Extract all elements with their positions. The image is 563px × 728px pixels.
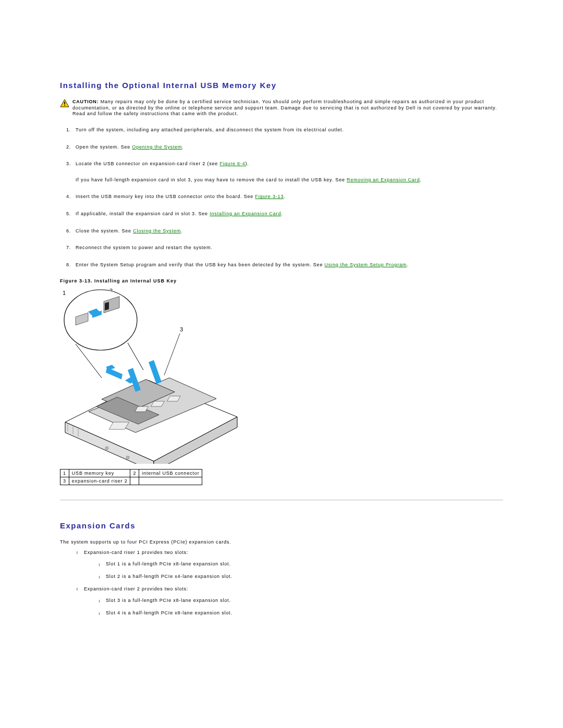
riser-list: Expansion-card riser 1 provides two slot… xyxy=(60,550,503,615)
figure-image: 1 2 3 xyxy=(60,287,242,464)
svg-text:1: 1 xyxy=(63,290,66,296)
caution-body: Many repairs may only be done by a certi… xyxy=(72,99,497,116)
step-8: Enter the System Setup program and verif… xyxy=(66,262,503,268)
step-text: . xyxy=(284,194,285,199)
riser-1-slots: Slot 1 is a full-length PCIe x8-lane exp… xyxy=(84,561,503,579)
riser-2-text: Expansion-card riser 2 provides two slot… xyxy=(84,586,188,591)
link-removing-expansion-card[interactable]: Removing an Expansion Card xyxy=(347,177,420,182)
list-item: Slot 1 is a full-length PCIe x8-lane exp… xyxy=(99,561,503,566)
svg-text:3: 3 xyxy=(180,326,183,332)
legend-empty xyxy=(130,477,139,485)
section-title-usb-key: Installing the Optional Internal USB Mem… xyxy=(60,81,503,90)
svg-line-25 xyxy=(164,334,180,375)
svg-rect-2 xyxy=(64,105,65,106)
step-text: Turn off the system, including any attac… xyxy=(76,127,344,132)
step-text: . xyxy=(420,177,421,182)
figure-title: Figure 3-13. Installing an Internal USB … xyxy=(60,278,503,283)
caution-label: CAUTION: xyxy=(72,99,99,104)
svg-point-34 xyxy=(126,456,129,459)
install-steps-list: Turn off the system, including any attac… xyxy=(60,127,503,268)
step-3: Locate the USB connector on expansion-ca… xyxy=(66,161,503,183)
step-7: Reconnect the system to power and restar… xyxy=(66,244,503,251)
section-divider xyxy=(60,500,503,500)
step-text: Locate the USB connector on expansion-ca… xyxy=(76,161,219,166)
link-opening-system[interactable]: Opening the System xyxy=(132,144,182,150)
step-6: Close the system. See Closing the System… xyxy=(66,228,503,235)
caution-box: CAUTION: Many repairs may only be done b… xyxy=(60,99,503,117)
step-3-note: If you have full-length expansion card i… xyxy=(76,177,503,183)
step-text: . xyxy=(407,262,408,267)
step-text: . xyxy=(182,144,183,150)
slot-text: Slot 2 is a half-length PCIe x4-lane exp… xyxy=(106,574,232,579)
link-closing-system[interactable]: Closing the System xyxy=(133,228,181,233)
svg-point-33 xyxy=(105,447,108,450)
legend-text: internal USB connector xyxy=(139,470,202,477)
step-text: Enter the System Setup program and verif… xyxy=(76,262,325,267)
step-text: Reconnect the system to power and restar… xyxy=(76,245,213,250)
step-text: ). xyxy=(245,161,249,166)
legend-num: 3 xyxy=(60,477,69,485)
step-5: If applicable, install the expansion car… xyxy=(66,211,503,217)
svg-point-6 xyxy=(64,290,137,350)
step-1: Turn off the system, including any attac… xyxy=(66,127,503,133)
list-item: Slot 3 is a full-length PCIe x8-lane exp… xyxy=(99,598,503,603)
link-figure-3-13[interactable]: Figure 3-13 xyxy=(255,194,284,199)
link-figure-6-4[interactable]: Figure 6-4 xyxy=(219,161,245,166)
step-text: Close the system. See xyxy=(76,228,133,233)
step-text: If you have full-length expansion card i… xyxy=(76,177,347,182)
table-row: 1 USB memory key 2 internal USB connecto… xyxy=(60,470,202,477)
step-text: . xyxy=(281,211,283,216)
svg-marker-22 xyxy=(149,360,162,384)
list-item: Slot 4 is a half-length PCIe x8-lane exp… xyxy=(99,610,503,615)
svg-rect-11 xyxy=(105,302,109,311)
caution-text: CAUTION: Many repairs may only be done b… xyxy=(72,99,503,117)
section-title-expansion-cards: Expansion Cards xyxy=(60,521,503,530)
legend-num: 1 xyxy=(60,470,69,477)
slot-text: Slot 4 is a half-length PCIe x8-lane exp… xyxy=(106,610,232,615)
svg-rect-1 xyxy=(64,102,65,104)
legend-text: expansion-card riser 2 xyxy=(69,477,130,485)
step-text: If applicable, install the expansion car… xyxy=(76,211,210,216)
riser-1-text: Expansion-card riser 1 provides two slot… xyxy=(84,550,188,555)
link-installing-expansion-card[interactable]: Installing an Expansion Card xyxy=(210,211,281,216)
step-text: . xyxy=(181,228,182,233)
list-item: Slot 2 is a half-length PCIe x4-lane exp… xyxy=(99,574,503,579)
riser-2-slots: Slot 3 is a full-length PCIe x8-lane exp… xyxy=(84,598,503,615)
legend-text: USB memory key xyxy=(69,470,130,477)
expansion-intro: The system supports up to four PCI Expre… xyxy=(60,539,503,545)
caution-icon xyxy=(60,99,69,107)
list-item: Expansion-card riser 1 provides two slot… xyxy=(77,550,503,579)
link-system-setup-program[interactable]: Using the System Setup Program xyxy=(325,262,407,267)
svg-line-13 xyxy=(128,343,143,370)
legend-empty xyxy=(139,477,202,485)
step-text: Open the system. See xyxy=(76,144,132,150)
slot-text: Slot 1 is a full-length PCIe x8-lane exp… xyxy=(106,561,231,566)
step-4: Insert the USB memory key into the USB c… xyxy=(66,193,503,200)
list-item: Expansion-card riser 2 provides two slot… xyxy=(77,586,503,615)
step-text: Insert the USB memory key into the USB c… xyxy=(76,194,255,199)
figure-legend-table: 1 USB memory key 2 internal USB connecto… xyxy=(60,469,202,485)
step-2: Open the system. See Opening the System. xyxy=(66,144,503,151)
table-row: 3 expansion-card riser 2 xyxy=(60,477,202,485)
legend-num: 2 xyxy=(130,470,139,477)
slot-text: Slot 3 is a full-length PCIe x8-lane exp… xyxy=(106,598,231,603)
